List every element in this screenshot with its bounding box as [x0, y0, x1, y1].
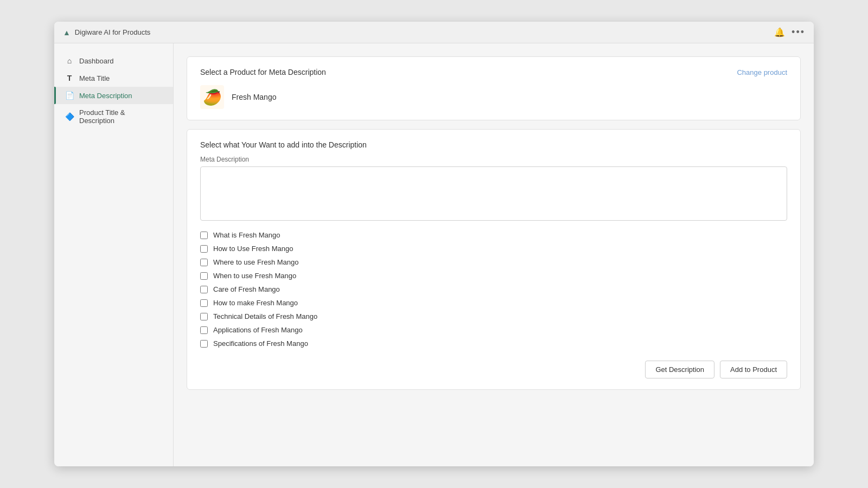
sidebar-item-label: Meta Description — [79, 92, 132, 100]
checkbox-label-when-use: When to use Fresh Mango — [213, 272, 296, 280]
checkbox-label-applications: Applications of Fresh Mango — [213, 326, 303, 334]
checkbox-where-use[interactable] — [200, 259, 208, 266]
checkbox-label-specifications: Specifications of Fresh Mango — [213, 339, 308, 348]
browser-window: ▲ Digiware AI for Products 🔔 ••• ⌂ Dashb… — [54, 22, 814, 466]
sidebar-item-meta-title[interactable]: T Meta Title — [54, 69, 173, 87]
button-row: Get Description Add to Product — [200, 361, 787, 378]
meta-description-textarea[interactable] — [200, 166, 787, 221]
dashboard-icon: ⌂ — [65, 56, 74, 65]
change-product-link[interactable]: Change product — [737, 68, 787, 76]
checkbox-label-where-use: Where to use Fresh Mango — [213, 258, 299, 266]
checkbox-list: What is Fresh Mango How to Use Fresh Man… — [200, 231, 787, 348]
add-to-product-button[interactable]: Add to Product — [720, 361, 787, 378]
textarea-label: Meta Description — [200, 156, 787, 163]
meta-description-icon: 📄 — [65, 91, 74, 100]
bell-icon[interactable]: 🔔 — [774, 27, 785, 37]
sidebar-item-meta-description[interactable]: 📄 Meta Description — [54, 87, 173, 104]
checkbox-technical[interactable] — [200, 313, 208, 320]
checkbox-care[interactable] — [200, 286, 208, 293]
checkbox-specifications[interactable] — [200, 340, 208, 348]
more-options-icon[interactable]: ••• — [792, 27, 805, 38]
browser-controls: 🔔 ••• — [774, 27, 805, 38]
checkbox-label-how-use: How to Use Fresh Mango — [213, 245, 293, 253]
checkbox-label-how-make: How to make Fresh Mango — [213, 299, 298, 307]
browser-title-area: ▲ Digiware AI for Products — [63, 28, 150, 37]
checkbox-label-technical: Technical Details of Fresh Mango — [213, 312, 317, 320]
main-content: Select a Product for Meta Description Ch… — [174, 43, 814, 466]
sidebar-item-product-title-description[interactable]: 🔷 Product Title & Description — [54, 104, 173, 129]
checkbox-label-what: What is Fresh Mango — [213, 231, 280, 239]
checkbox-item-care[interactable]: Care of Fresh Mango — [200, 285, 787, 293]
checkbox-item-specifications[interactable]: Specifications of Fresh Mango — [200, 339, 787, 348]
meta-title-icon: T — [65, 74, 74, 82]
checkbox-what[interactable] — [200, 232, 208, 239]
checkbox-item-where-use[interactable]: Where to use Fresh Mango — [200, 258, 787, 266]
get-description-button[interactable]: Get Description — [645, 361, 714, 378]
checkbox-item-technical[interactable]: Technical Details of Fresh Mango — [200, 312, 787, 320]
product-name: Fresh Mango — [232, 93, 276, 101]
product-title-icon: 🔷 — [65, 112, 74, 121]
section-title: Select what Your Want to add into the De… — [200, 140, 787, 149]
checkbox-label-care: Care of Fresh Mango — [213, 285, 280, 293]
checkbox-applications[interactable] — [200, 326, 208, 334]
sidebar-item-label: Product Title & Description — [79, 108, 162, 125]
product-image: 🥭 — [200, 85, 224, 109]
checkbox-item-when-use[interactable]: When to use Fresh Mango — [200, 272, 787, 280]
app-title: Digiware AI for Products — [75, 28, 150, 36]
app-body: ⌂ Dashboard T Meta Title 📄 Meta Descript… — [54, 43, 814, 466]
product-card: Select a Product for Meta Description Ch… — [187, 56, 801, 120]
checkbox-item-applications[interactable]: Applications of Fresh Mango — [200, 326, 787, 334]
checkbox-item-how-make[interactable]: How to make Fresh Mango — [200, 299, 787, 307]
checkbox-item-how-use[interactable]: How to Use Fresh Mango — [200, 245, 787, 253]
product-row: 🥭 Fresh Mango — [200, 85, 787, 109]
product-card-header: Select a Product for Meta Description Ch… — [200, 68, 787, 76]
checkbox-how-make[interactable] — [200, 299, 208, 307]
checkbox-item-what[interactable]: What is Fresh Mango — [200, 231, 787, 239]
titlebar: ▲ Digiware AI for Products 🔔 ••• — [54, 22, 814, 43]
sidebar-item-dashboard[interactable]: ⌂ Dashboard — [54, 52, 173, 69]
sidebar: ⌂ Dashboard T Meta Title 📄 Meta Descript… — [54, 43, 174, 466]
app-icon: ▲ — [63, 28, 71, 37]
checkbox-how-use[interactable] — [200, 245, 208, 253]
sidebar-item-label: Dashboard — [79, 57, 114, 65]
sidebar-item-label: Meta Title — [79, 74, 110, 82]
product-card-title: Select a Product for Meta Description — [200, 68, 326, 76]
description-card: Select what Your Want to add into the De… — [187, 129, 801, 390]
checkbox-when-use[interactable] — [200, 272, 208, 280]
